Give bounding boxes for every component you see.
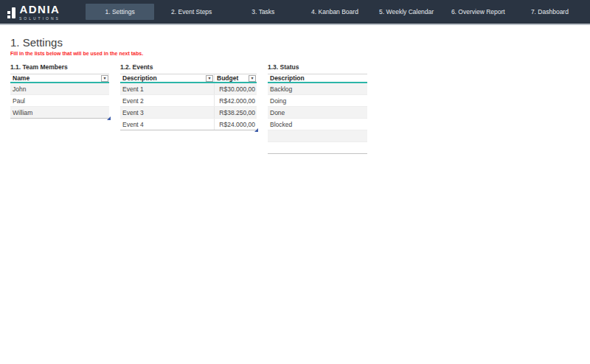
column-header-description: Description ▾: [120, 74, 214, 82]
column-header-status-description: Description: [268, 74, 367, 82]
name-cell[interactable]: William: [10, 107, 109, 118]
tab-dashboard[interactable]: 7. Dashboard: [516, 4, 584, 20]
events-table-header: Description ▾ Budget ▾: [120, 74, 257, 83]
team-members-table-header: Name ▾: [10, 74, 109, 83]
tab-settings[interactable]: 1. Settings: [86, 4, 154, 20]
table-row[interactable]: Event 3 R$38.250,00: [120, 107, 257, 119]
team-members-table: Name ▾ John Paul William: [10, 74, 109, 119]
status-cell[interactable]: [268, 142, 367, 153]
chevron-down-icon: ▾: [103, 76, 105, 80]
description-cell[interactable]: Event 3: [120, 107, 214, 118]
table-row[interactable]: Blocked: [268, 119, 367, 130]
tab-weekly-calendar[interactable]: 5. Weekly Calendar: [372, 4, 441, 20]
status-cell[interactable]: Done: [268, 107, 367, 118]
section-events: 1.2. Events Description ▾ Budget ▾ Event…: [120, 63, 257, 130]
name-cell[interactable]: Paul: [10, 95, 109, 106]
section-heading-status: 1.3. Status: [268, 63, 367, 74]
tab-tasks[interactable]: 3. Tasks: [229, 4, 297, 20]
status-cell[interactable]: [268, 130, 367, 141]
section-heading-team-members: 1.1. Team Members: [10, 63, 109, 74]
logo-text: ADNIA SOLUTIONS: [19, 4, 60, 21]
table-row[interactable]: Event 2 R$42.000,00: [120, 95, 257, 107]
tab-kanban-board[interactable]: 4. Kanban Board: [300, 4, 369, 20]
description-filter-button[interactable]: ▾: [206, 75, 213, 82]
column-header-budget: Budget ▾: [214, 74, 257, 82]
instruction-note: Fill in the lists below that will be use…: [10, 51, 143, 56]
name-filter-button[interactable]: ▾: [101, 75, 108, 82]
adnia-logo: ADNIA SOLUTIONS: [0, 4, 80, 21]
description-cell[interactable]: Event 2: [120, 95, 214, 106]
status-cell[interactable]: Blocked: [268, 119, 367, 130]
description-cell[interactable]: Event 4: [120, 119, 214, 130]
tab-bar: 1. Settings 2. Event Steps 3. Tasks 4. K…: [80, 0, 590, 24]
table-row[interactable]: Backlog: [268, 83, 367, 95]
table-row[interactable]: Event 1 R$30.000,00: [120, 83, 257, 95]
page-title: 1. Settings: [10, 36, 63, 49]
logo-bars-icon: [7, 6, 15, 18]
table-row[interactable]: Done: [268, 107, 367, 119]
budget-cell[interactable]: R$38.250,00: [214, 107, 257, 118]
name-cell[interactable]: John: [10, 83, 109, 94]
table-row[interactable]: John: [10, 83, 109, 95]
status-cell[interactable]: Backlog: [268, 83, 367, 94]
logo-name: ADNIA: [19, 4, 60, 15]
budget-filter-button[interactable]: ▾: [249, 75, 256, 82]
chevron-down-icon: ▾: [208, 76, 210, 80]
status-cell[interactable]: Doing: [268, 95, 367, 106]
table-row[interactable]: [268, 130, 367, 142]
status-table: Description Backlog Doing Done Blocked: [268, 74, 367, 154]
table-row[interactable]: Event 4 R$24.000,00: [120, 119, 257, 130]
logo-subtitle: SOLUTIONS: [19, 16, 60, 21]
table-row[interactable]: Paul: [10, 95, 109, 107]
section-team-members: 1.1. Team Members Name ▾ John Paul Willi…: [10, 63, 109, 119]
events-table: Description ▾ Budget ▾ Event 1 R$30.000,…: [120, 74, 257, 130]
table-row[interactable]: Doing: [268, 95, 367, 107]
section-status: 1.3. Status Description Backlog Doing Do…: [268, 63, 367, 154]
status-table-header: Description: [268, 74, 367, 83]
section-heading-events: 1.2. Events: [120, 63, 257, 74]
tab-overview-report[interactable]: 6. Overview Report: [444, 4, 513, 20]
tab-event-steps[interactable]: 2. Event Steps: [157, 4, 226, 20]
budget-cell[interactable]: R$24.000,00: [214, 119, 257, 130]
chevron-down-icon: ▾: [251, 76, 253, 80]
budget-cell[interactable]: R$30.000,00: [214, 83, 257, 94]
table-row[interactable]: William: [10, 107, 109, 119]
column-header-name: Name ▾: [10, 74, 109, 82]
description-cell[interactable]: Event 1: [120, 83, 214, 94]
table-row[interactable]: [268, 142, 367, 154]
app-header: ADNIA SOLUTIONS 1. Settings 2. Event Ste…: [0, 0, 590, 25]
budget-cell[interactable]: R$42.000,00: [214, 95, 257, 106]
